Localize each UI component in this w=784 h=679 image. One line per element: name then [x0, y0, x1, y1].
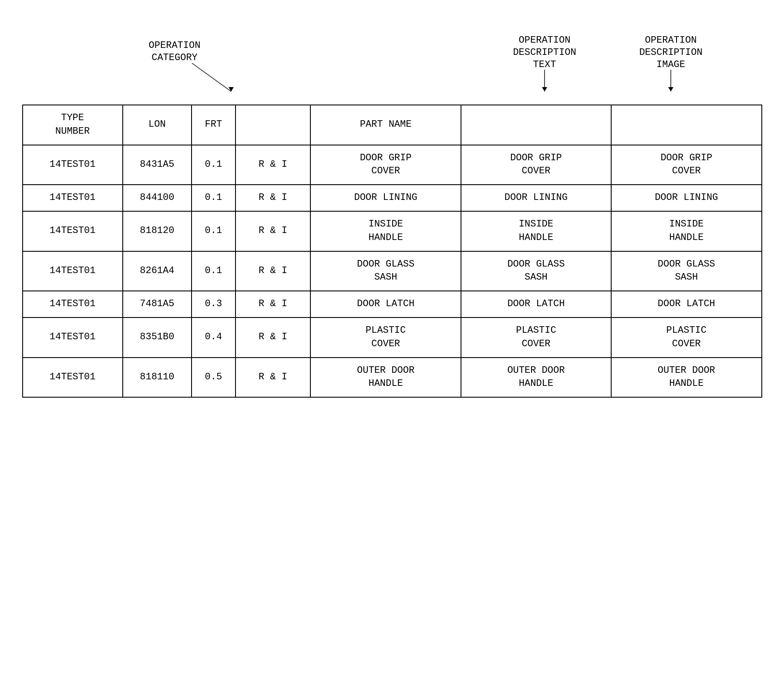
cell-lon: 8431A5: [123, 145, 192, 185]
header-lon: LON: [123, 105, 192, 145]
cell-desc-text: DOOR GLASSSASH: [461, 251, 611, 291]
cell-lon: 818120: [123, 211, 192, 251]
header-part-name: PART NAME: [310, 105, 461, 145]
cell-op: R & I: [236, 251, 311, 291]
table-row: 14TEST018441000.1R & IDOOR LININGDOOR LI…: [23, 185, 762, 211]
cell-type: 14TEST01: [23, 358, 123, 398]
cell-frt: 0.1: [192, 211, 236, 251]
svg-marker-6: [542, 87, 547, 91]
svg-text:IMAGE: IMAGE: [656, 59, 685, 70]
cell-lon: 8261A4: [123, 251, 192, 291]
op-desc-text-label: OPERATION: [518, 35, 570, 46]
cell-lon: 818110: [123, 358, 192, 398]
svg-marker-2: [229, 87, 234, 91]
svg-text:TEXT: TEXT: [533, 59, 556, 70]
cell-desc-text: DOOR LINING: [461, 185, 611, 211]
header-desc-image: [611, 105, 761, 145]
header-desc-text: [461, 105, 611, 145]
cell-desc-image: DOOR GRIPCOVER: [611, 145, 761, 185]
op-desc-image-label: OPERATION: [645, 35, 697, 46]
header-op-category: [236, 105, 311, 145]
cell-frt: 0.1: [192, 251, 236, 291]
page-container: OPERATION CATEGORY OPERATION DESCRIPTION…: [22, 17, 762, 398]
cell-op: R & I: [236, 211, 311, 251]
table-row: 14TEST018351B00.4R & IPLASTICCOVERPLASTI…: [23, 318, 762, 358]
cell-lon: 7481A5: [123, 291, 192, 318]
cell-desc-image: PLASTICCOVER: [611, 318, 761, 358]
cell-desc-image: OUTER DOORHANDLE: [611, 358, 761, 398]
header-frt: FRT: [192, 105, 236, 145]
cell-desc-text: DOOR LATCH: [461, 291, 611, 318]
table-row: 14TEST017481A50.3R & IDOOR LATCHDOOR LAT…: [23, 291, 762, 318]
cell-frt: 0.5: [192, 358, 236, 398]
cell-type: 14TEST01: [23, 211, 123, 251]
cell-part: INSIDEHANDLE: [310, 211, 461, 251]
cell-desc-image: DOOR LATCH: [611, 291, 761, 318]
cell-frt: 0.3: [192, 291, 236, 318]
cell-op: R & I: [236, 185, 311, 211]
table-row: 14TEST018431A50.1R & IDOOR GRIPCOVERDOOR…: [23, 145, 762, 185]
cell-desc-text: PLASTICCOVER: [461, 318, 611, 358]
cell-type: 14TEST01: [23, 251, 123, 291]
svg-marker-10: [668, 87, 673, 91]
cell-desc-text: OUTER DOORHANDLE: [461, 358, 611, 398]
cell-type: 14TEST01: [23, 145, 123, 185]
cell-desc-image: DOOR GLASSSASH: [611, 251, 761, 291]
cell-type: 14TEST01: [23, 318, 123, 358]
operation-category-label: OPERATION: [148, 40, 200, 51]
cell-desc-image: INSIDEHANDLE: [611, 211, 761, 251]
cell-type: 14TEST01: [23, 291, 123, 318]
cell-op: R & I: [236, 145, 311, 185]
main-table: TYPENUMBER LON FRT PART NAME 14TEST01843…: [22, 105, 762, 398]
cell-part: DOOR GLASSSASH: [310, 251, 461, 291]
cell-op: R & I: [236, 291, 311, 318]
svg-text:DESCRIPTION: DESCRIPTION: [513, 47, 576, 58]
cell-desc-image: DOOR LINING: [611, 185, 761, 211]
cell-desc-text: DOOR GRIPCOVER: [461, 145, 611, 185]
svg-text:CATEGORY: CATEGORY: [151, 52, 198, 63]
cell-desc-text: INSIDEHANDLE: [461, 211, 611, 251]
cell-op: R & I: [236, 358, 311, 398]
cell-part: DOOR LATCH: [310, 291, 461, 318]
cell-frt: 0.1: [192, 145, 236, 185]
svg-line-1: [192, 63, 231, 91]
table-row: 14TEST018181100.5R & IOUTER DOORHANDLEOU…: [23, 358, 762, 398]
table-row: 14TEST018181200.1R & IINSIDEHANDLEINSIDE…: [23, 211, 762, 251]
cell-type: 14TEST01: [23, 185, 123, 211]
cell-op: R & I: [236, 318, 311, 358]
cell-part: PLASTICCOVER: [310, 318, 461, 358]
cell-part: OUTER DOORHANDLE: [310, 358, 461, 398]
table-row: 14TEST018261A40.1R & IDOOR GLASSSASHDOOR…: [23, 251, 762, 291]
cell-frt: 0.1: [192, 185, 236, 211]
svg-text:DESCRIPTION: DESCRIPTION: [639, 47, 702, 58]
header-type-number: TYPENUMBER: [23, 105, 123, 145]
cell-lon: 8351B0: [123, 318, 192, 358]
cell-part: DOOR GRIPCOVER: [310, 145, 461, 185]
cell-part: DOOR LINING: [310, 185, 461, 211]
cell-lon: 844100: [123, 185, 192, 211]
cell-frt: 0.4: [192, 318, 236, 358]
